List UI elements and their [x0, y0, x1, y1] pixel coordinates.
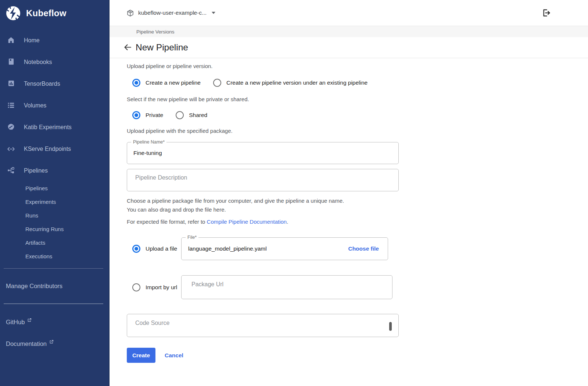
sidebar-item-label: TensorBoards [24, 81, 60, 87]
namespace-name: kubeflow-user-example-c... [138, 10, 207, 16]
sidebar-link-label: Documentation [6, 340, 47, 347]
external-link-icon [49, 340, 54, 344]
file-field-label: File* [186, 234, 198, 240]
kubeflow-app: Kubeflow Home Notebooks TensorBoards [0, 0, 588, 386]
visibility-help: Select if the new pipeline will be priva… [127, 96, 588, 103]
cube-icon [126, 9, 134, 17]
logout-button[interactable] [542, 8, 551, 18]
namespace-selector[interactable]: kubeflow-user-example-c... [126, 9, 215, 17]
page-header: New Pipeline [110, 37, 588, 58]
upload-file-row: Upload a file File* language_model_pipel… [132, 237, 588, 260]
sidebar-subitem-experiments[interactable]: Experiments [0, 195, 109, 209]
upload-type-radio-group: Create a new pipeline Create a new pipel… [132, 75, 588, 91]
pipeline-name-value: Fine-tuning [133, 150, 162, 156]
sidebar-divider [4, 304, 103, 304]
main-area: kubeflow-user-example-c... Pipeline Vers… [110, 0, 588, 386]
pipelines-subnav: Pipelines Experiments Runs Recurring Run… [0, 181, 109, 263]
pipelines-icon [7, 166, 15, 175]
kubeflow-logo-icon [5, 5, 21, 21]
home-icon [7, 36, 15, 45]
pipeline-name-input[interactable]: Pipeline Name* Fine-tuning [127, 142, 399, 164]
sidebar-item-notebooks[interactable]: Notebooks [0, 51, 109, 73]
file-input[interactable]: File* language_model_pipeline.yaml Choos… [181, 237, 388, 260]
scrollbar-thumb[interactable] [389, 322, 392, 331]
radio-create-new-version[interactable]: Create a new pipeline version under an e… [213, 79, 368, 87]
breadcrumb: Pipeline Versions [110, 26, 588, 37]
radio-shared[interactable]: Shared [176, 111, 207, 119]
sidebar-subitem-runs[interactable]: Runs [0, 209, 109, 222]
sidebar-item-label: Home [24, 37, 40, 44]
sidebar-item-label: Volumes [24, 102, 46, 109]
new-pipeline-form: Upload pipeline or pipeline version. Cre… [110, 58, 588, 386]
top-toolbar: kubeflow-user-example-c... [110, 0, 588, 26]
chevron-down-icon [212, 12, 215, 14]
sidebar-item-tensorboards[interactable]: TensorBoards [0, 73, 109, 95]
sidebar-divider [4, 268, 103, 269]
pipeline-name-label: Pipeline Name* [131, 139, 166, 145]
pipeline-description-input[interactable]: Pipeline Description [127, 169, 399, 191]
page-title: New Pipeline [136, 42, 188, 53]
import-url-label: Import by url [146, 284, 181, 291]
pipeline-description-placeholder: Pipeline Description [135, 174, 187, 181]
sidebar-item-kserve[interactable]: KServe Endpoints [0, 138, 109, 160]
package-url-placeholder: Package Url [191, 281, 223, 287]
sidebar-link-github[interactable]: GitHub [0, 319, 109, 326]
sidebar-subitem-artifacts[interactable]: Artifacts [0, 236, 109, 249]
sidebar-item-katib[interactable]: Katib Experiments [0, 116, 109, 138]
file-help: Choose a pipeline package file from your… [127, 196, 588, 214]
radio-unselected-icon [213, 79, 221, 87]
radio-private[interactable]: Private [132, 111, 163, 119]
sidebar-item-label: Notebooks [24, 59, 52, 65]
external-link-icon [27, 318, 32, 322]
sidebar-item-label: KServe Endpoints [24, 146, 71, 152]
form-actions: Create Cancel [127, 348, 588, 363]
sidebar-subitem-recurring-runs[interactable]: Recurring Runs [0, 222, 109, 236]
sidebar-link-documentation[interactable]: Documentation [0, 340, 109, 347]
sidebar-link-label: GitHub [6, 319, 25, 326]
sidebar-subitem-pipelines[interactable]: Pipelines [0, 181, 109, 195]
radio-selected-icon [132, 245, 140, 253]
notebooks-icon [7, 58, 15, 67]
radio-selected-icon [132, 111, 140, 119]
radio-selected-icon [132, 79, 140, 87]
sidebar-item-manage-contributors[interactable]: Manage Contributors [0, 283, 109, 290]
breadcrumb-label: Pipeline Versions [136, 29, 175, 35]
radio-unselected-icon [132, 283, 140, 291]
package-url-input[interactable]: Package Url [181, 275, 392, 299]
sidebar: Kubeflow Home Notebooks TensorBoards [0, 0, 110, 386]
back-button[interactable] [123, 43, 133, 52]
sidebar-item-volumes[interactable]: Volumes [0, 95, 109, 116]
volumes-icon [7, 101, 15, 110]
sidebar-nav: Home Notebooks TensorBoards Volumes [0, 29, 109, 263]
radio-import-url[interactable] [132, 283, 140, 291]
cancel-button[interactable]: Cancel [165, 352, 183, 359]
sidebar-item-pipelines[interactable]: Pipelines [0, 160, 109, 181]
choose-file-button[interactable]: Choose file [348, 245, 379, 252]
format-help: For expected file format, refer to Compi… [127, 219, 588, 225]
upload-type-help: Upload pipeline or pipeline version. [127, 63, 588, 70]
kserve-icon [7, 145, 15, 153]
radio-unselected-icon [176, 111, 184, 119]
file-name-value: language_model_pipeline.yaml [188, 245, 348, 252]
code-source-input[interactable]: Code Source [127, 314, 399, 337]
visibility-radio-group: Private Shared [132, 107, 588, 123]
code-source-placeholder: Code Source [135, 320, 169, 326]
tensorboards-icon [7, 79, 15, 88]
katib-icon [7, 123, 15, 132]
package-help: Upload pipeline with the specified packa… [127, 127, 588, 135]
compile-docs-link[interactable]: Compile Pipeline Documentation [207, 219, 287, 225]
sidebar-item-label: Pipelines [24, 167, 48, 174]
sidebar-item-home[interactable]: Home [0, 29, 109, 51]
logo-text: Kubeflow [26, 8, 67, 18]
upload-file-label: Upload a file [146, 245, 181, 252]
kubeflow-logo[interactable]: Kubeflow [0, 0, 109, 21]
radio-upload-file[interactable] [132, 245, 140, 253]
sidebar-item-label: Katib Experiments [24, 124, 72, 131]
import-url-row: Import by url Package Url [132, 275, 588, 299]
radio-create-new-pipeline[interactable]: Create a new pipeline [132, 79, 201, 87]
create-button[interactable]: Create [127, 348, 155, 363]
sidebar-subitem-executions[interactable]: Executions [0, 249, 109, 263]
